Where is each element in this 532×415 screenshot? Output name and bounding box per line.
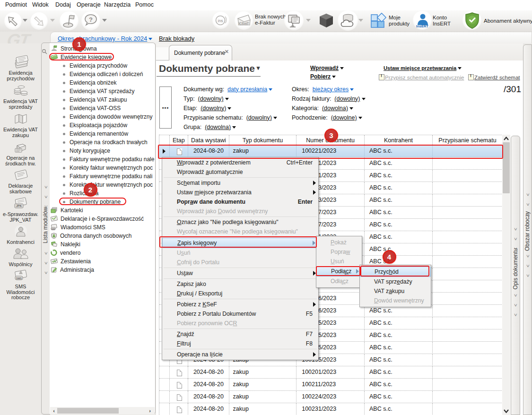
svg-text:?: ? xyxy=(89,16,93,23)
svg-text:ins: ins xyxy=(218,18,223,23)
svg-text:SMS: SMS xyxy=(52,228,55,230)
svg-text:InsERT: InsERT xyxy=(416,24,428,28)
svg-text:JPK: JPK xyxy=(16,204,22,208)
svg-text:KSeF: KSeF xyxy=(238,21,249,26)
svg-text:SMS: SMS xyxy=(16,277,22,280)
